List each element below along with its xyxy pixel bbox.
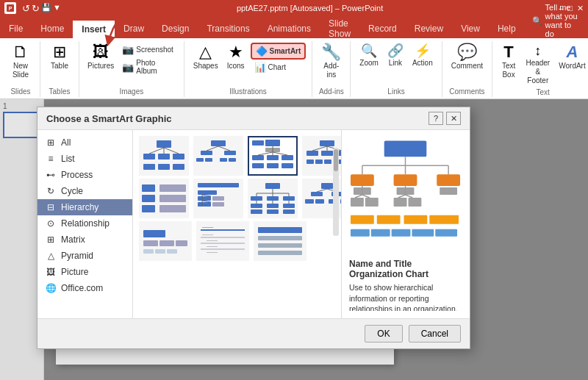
svg-rect-13 <box>211 140 226 146</box>
app-icon: P <box>4 2 16 14</box>
textbox-icon: T <box>503 44 513 60</box>
pyramid-icon: △ <box>45 251 57 261</box>
tab-home[interactable]: Home <box>32 19 73 38</box>
addins-group-label: Add-ins <box>319 87 344 96</box>
sidebar-item-matrix[interactable]: ⊞ Matrix <box>37 232 132 248</box>
table-icon: ⊞ <box>53 44 66 60</box>
grid-item-1-2[interactable] <box>193 136 243 176</box>
svg-line-43 <box>312 146 327 151</box>
grid-item-2-3[interactable] <box>248 179 298 218</box>
dialog-body: ⊞ All ≡ List ⊷ Process ↻ Cycle <box>37 130 470 318</box>
svg-rect-74 <box>267 196 279 201</box>
tab-transitions[interactable]: Transitions <box>198 19 258 38</box>
action-button[interactable]: ⚡ Action <box>409 43 436 69</box>
tab-view[interactable]: View <box>452 19 489 38</box>
table-button[interactable]: ⊞ Table <box>46 43 73 72</box>
tab-design[interactable]: Design <box>153 19 198 38</box>
svg-text:———: ——— <box>207 238 218 243</box>
grid-item-3-1[interactable] <box>139 221 192 261</box>
tab-help[interactable]: Help <box>489 19 525 38</box>
header-footer-button[interactable]: ↕ Header& Footer <box>522 43 554 87</box>
ribbon-tabs: File Home Insert Draw Design Transitions… <box>0 19 525 38</box>
sidebar-item-relationship[interactable]: ⊙ Relationship <box>37 215 132 232</box>
sidebar-item-hierarchy[interactable]: ⊟ Hierarchy <box>37 199 132 215</box>
redo-icon[interactable]: ↻ <box>32 3 40 14</box>
zoom-button[interactable]: 🔍 Zoom <box>356 43 381 69</box>
search-label: Tell me what you want to do <box>545 3 581 38</box>
screenshot-icon: 📷 <box>122 44 134 55</box>
comment-icon: 💬 <box>457 44 477 60</box>
icons-button[interactable]: ★ Icons <box>224 43 248 72</box>
grid-item-2-2[interactable] <box>193 179 243 218</box>
grid-item-1-3[interactable] <box>248 136 298 176</box>
undo-icon[interactable]: ↺ <box>22 3 30 14</box>
list-icon: ≡ <box>45 154 57 164</box>
comment-button[interactable]: 💬 Comment <box>448 43 486 72</box>
svg-line-21 <box>218 146 230 151</box>
sidebar-item-process[interactable]: ⊷ Process <box>37 167 132 183</box>
grid-row-2 <box>139 179 335 218</box>
chart-button[interactable]: 📊 Chart <box>251 60 306 74</box>
wordart-button[interactable]: A WordArt <box>557 43 588 72</box>
tab-animations[interactable]: Animations <box>259 19 320 38</box>
svg-rect-56 <box>159 195 186 202</box>
tab-insert[interactable]: Insert <box>73 19 115 38</box>
grid-item-3-2[interactable]: ——— ——— ——— ——— ——— <box>196 221 249 261</box>
tab-slideshow[interactable]: Slide Show <box>320 19 359 38</box>
dialog-footer: OK Cancel <box>37 318 470 348</box>
scrollbar-thumb[interactable] <box>334 149 338 171</box>
save-icon[interactable]: 💾 <box>41 3 51 14</box>
svg-rect-52 <box>142 184 155 192</box>
svg-rect-8 <box>158 164 170 170</box>
sidebar-item-pyramid[interactable]: △ Pyramid <box>37 248 132 264</box>
svg-rect-25 <box>252 155 264 160</box>
preview-title: Name and Title Organization Chart <box>349 259 462 279</box>
cancel-button[interactable]: Cancel <box>409 325 461 343</box>
textbox-label: TextBox <box>502 62 515 79</box>
screenshot-button[interactable]: 📷 Screenshot <box>119 43 177 57</box>
tab-file[interactable]: File <box>0 19 32 38</box>
shapes-icon: △ <box>199 44 212 60</box>
pictures-button[interactable]: 🖼 Pictures <box>85 43 116 72</box>
sidebar-item-cycle[interactable]: ↻ Cycle <box>37 183 132 199</box>
textbox-button[interactable]: T TextBox <box>498 43 519 81</box>
dialog-help-button[interactable]: ? <box>429 112 443 125</box>
link-button[interactable]: 🔗 Link <box>384 43 406 69</box>
zoom-icon: 🔍 <box>361 44 377 57</box>
smartart-button[interactable]: 🔷 SmartArt <box>251 43 306 60</box>
customize-icon[interactable]: ▼ <box>53 3 61 14</box>
search-icon: 🔍 <box>532 16 542 26</box>
svg-rect-118 <box>258 236 302 240</box>
shapes-button[interactable]: △ Shapes <box>190 43 221 72</box>
tab-record[interactable]: Record <box>359 19 406 38</box>
photo-album-button[interactable]: 📷 Photo Album <box>119 57 177 76</box>
svg-rect-127 <box>351 174 374 186</box>
dialog-close-button[interactable]: ✕ <box>446 112 461 125</box>
svg-line-134 <box>355 195 362 198</box>
svg-line-65 <box>202 195 211 196</box>
screenshot-label: Screenshot <box>136 46 173 54</box>
svg-rect-142 <box>408 198 421 207</box>
sidebar-label-process: Process <box>61 170 93 180</box>
sidebar-item-all[interactable]: ⊞ All <box>37 135 132 151</box>
new-slide-button[interactable]: 🗋 NewSlide <box>7 43 34 81</box>
preview-scrollbar[interactable] <box>333 148 339 236</box>
sidebar-item-list[interactable]: ≡ List <box>37 151 132 167</box>
grid-item-2-1[interactable] <box>139 179 189 218</box>
svg-rect-14 <box>201 151 212 155</box>
svg-line-135 <box>362 195 370 198</box>
svg-rect-120 <box>258 251 302 255</box>
images-group-label: Images <box>119 87 143 96</box>
dialog-sidebar: ⊞ All ≡ List ⊷ Process ↻ Cycle <box>37 130 133 318</box>
sidebar-item-picture[interactable]: 🖼 Picture <box>37 264 132 280</box>
addins-button[interactable]: 🔧 Add-ins <box>318 43 344 81</box>
tab-draw[interactable]: Draw <box>115 19 153 38</box>
sidebar-item-officecom[interactable]: 🌐 Office.com <box>37 280 132 296</box>
undo-redo-controls[interactable]: ↺ ↻ 💾 ▼ <box>22 3 61 14</box>
svg-line-137 <box>398 195 406 198</box>
grid-item-3-3[interactable] <box>254 221 306 261</box>
link-icon: 🔗 <box>387 44 404 57</box>
ok-button[interactable]: OK <box>365 325 402 343</box>
tab-review[interactable]: Review <box>406 19 452 38</box>
grid-item-1-1[interactable] <box>139 136 189 176</box>
